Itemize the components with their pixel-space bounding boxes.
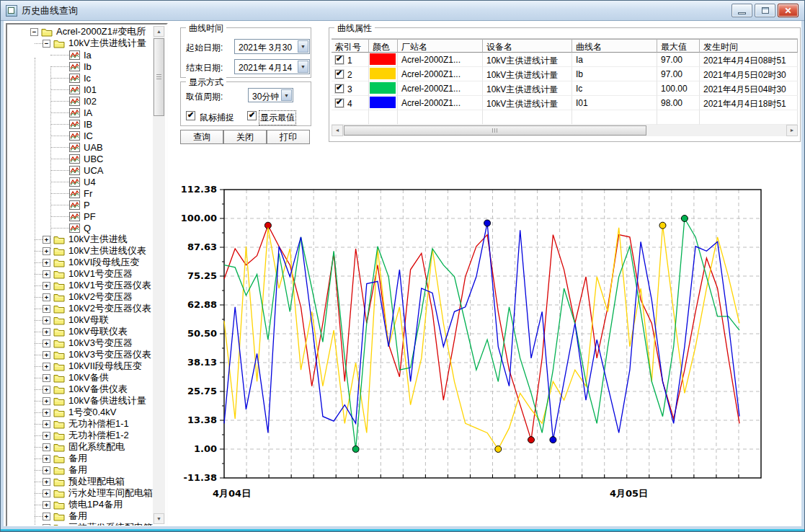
tree-item-folder[interactable]: +备用 (7, 510, 153, 522)
tree-item-folder[interactable]: +10kV2号变压器仪表 (7, 303, 153, 314)
tree-item-folder[interactable]: +备用 (7, 464, 153, 476)
tree-item-curve[interactable]: Ic (7, 72, 153, 84)
tree-item-curve[interactable]: Fr (7, 187, 153, 199)
column-header[interactable]: 最大值 (657, 39, 700, 53)
tree-item-folder[interactable]: +10kV2号变压器 (7, 291, 153, 303)
end-date-combobox[interactable]: 2021年 4月14 ▼ (234, 59, 310, 74)
collapse-minus-icon[interactable]: − (30, 28, 38, 36)
expand-plus-icon[interactable]: + (43, 270, 50, 278)
tree-item-folder[interactable]: +10kV3号变压器 (7, 337, 153, 349)
row-checkbox[interactable] (335, 99, 344, 107)
expand-plus-icon[interactable]: + (43, 247, 50, 255)
tree-item-curve[interactable]: I02 (7, 95, 153, 107)
tree-item-folder[interactable]: +10kVI段母线压变 (7, 257, 153, 268)
tree-item-folder[interactable]: +10kV母联仪表 (7, 326, 153, 337)
tree-scrollbar-thumb[interactable] (154, 38, 164, 116)
tree-item-curve[interactable]: PF (7, 210, 153, 222)
tree-item-folder[interactable]: +10kVII段母线压变 (7, 360, 153, 372)
tree-item-folder[interactable]: −10kV主供进线计量 (7, 37, 153, 49)
row-checkbox[interactable] (335, 70, 344, 79)
tree-item-folder[interactable]: +10kV1号变压器 (7, 268, 153, 280)
tree-item-curve[interactable]: UCA (7, 164, 153, 176)
column-header[interactable]: 厂站名 (398, 39, 483, 53)
period-combobox[interactable]: 30分钟 ▼ (248, 88, 293, 102)
tree-item-curve[interactable]: UAB (7, 141, 153, 153)
collapse-minus-icon[interactable]: − (43, 40, 50, 48)
tree-item-folder[interactable]: +馈电1P4备用 (7, 499, 153, 510)
expand-plus-icon[interactable]: + (43, 328, 50, 336)
minimize-button[interactable] (731, 4, 752, 17)
expand-plus-icon[interactable]: + (43, 236, 50, 244)
tree-item-curve[interactable]: IA (7, 107, 153, 118)
table-hscrollbar-thumb[interactable] (344, 125, 646, 136)
tree-item-folder[interactable]: +三效蒸发系统配电箱 (7, 522, 153, 526)
expand-plus-icon[interactable]: + (43, 340, 50, 347)
expand-plus-icon[interactable]: + (43, 443, 50, 451)
expand-plus-icon[interactable]: + (43, 501, 50, 509)
table-row[interactable]: 4Acrel-2000Z1...10kV主供进线计量I0198.002021年4… (332, 96, 798, 110)
tree-item-folder[interactable]: +污水处理车间配电箱 (7, 487, 153, 499)
expand-plus-icon[interactable]: + (43, 351, 50, 359)
tree-item-folder[interactable]: +10kV母联 (7, 314, 153, 326)
column-header[interactable]: 发生时间 (700, 39, 798, 53)
restore-button[interactable] (755, 4, 775, 17)
tree-item-folder[interactable]: +备用 (7, 453, 153, 464)
expand-plus-icon[interactable]: + (43, 524, 50, 526)
mouse-capture-checkbox[interactable] (186, 111, 195, 120)
expand-plus-icon[interactable]: + (43, 513, 50, 520)
history-curve-chart[interactable]: 112.38100.0087.6375.2562.8850.5038.1325.… (174, 152, 805, 530)
expand-plus-icon[interactable]: + (43, 305, 50, 313)
expand-plus-icon[interactable]: + (43, 409, 50, 417)
tree-item-folder[interactable]: +固化系统配电 (7, 441, 153, 453)
tree-item-folder[interactable]: +预处理配电箱 (7, 476, 153, 487)
tree-item-folder[interactable]: +10kV主供进线仪表 (7, 245, 153, 257)
tree-item-curve[interactable]: IC (7, 130, 153, 141)
row-checkbox[interactable] (335, 84, 344, 93)
scroll-left-arrow[interactable]: ◄ (332, 125, 343, 136)
expand-plus-icon[interactable]: + (43, 374, 50, 382)
expand-plus-icon[interactable]: + (43, 293, 50, 301)
chevron-down-icon[interactable]: ▼ (298, 61, 308, 73)
expand-plus-icon[interactable]: + (43, 316, 50, 324)
expand-plus-icon[interactable]: + (43, 386, 50, 394)
chevron-down-icon[interactable]: ▼ (298, 40, 308, 53)
tree-item-folder[interactable]: +无功补偿柜1-2 (7, 430, 153, 441)
tree-item-curve[interactable]: U4 (7, 176, 153, 187)
expand-plus-icon[interactable]: + (43, 478, 50, 486)
scroll-down-arrow[interactable]: ▼ (154, 513, 164, 524)
column-header[interactable]: 颜色 (369, 39, 398, 53)
expand-plus-icon[interactable]: + (43, 282, 50, 290)
column-header[interactable]: 设备名 (483, 39, 572, 53)
expand-plus-icon[interactable]: + (43, 432, 50, 440)
tree-item-curve[interactable]: IB (7, 118, 153, 130)
expand-plus-icon[interactable]: + (43, 455, 50, 463)
close-dialog-button[interactable]: 关闭 (223, 130, 267, 144)
tree-item-folder[interactable]: +10kV主供进线 (7, 234, 153, 245)
tree-scrollbar[interactable]: ▲ ▼ (153, 26, 165, 524)
tree-item-curve[interactable]: Q (7, 222, 153, 234)
scroll-up-arrow[interactable]: ▲ (154, 26, 164, 37)
table-row[interactable]: 3Acrel-2000Z1...10kV主供进线计量Ic100.002021年4… (332, 81, 798, 96)
chevron-down-icon[interactable]: ▼ (281, 89, 292, 101)
expand-plus-icon[interactable]: + (43, 259, 50, 267)
tree-item-curve[interactable]: Ia (7, 49, 153, 61)
tree-item-folder[interactable]: +10kV备供仪表 (7, 384, 153, 395)
expand-plus-icon[interactable]: + (43, 489, 50, 497)
tree-item-curve[interactable]: UBC (7, 153, 153, 164)
table-hscrollbar[interactable]: ◄ ► (332, 125, 798, 136)
tree-item-folder[interactable]: +无功补偿柜1-1 (7, 418, 153, 430)
tree-item-folder[interactable]: +10kV3号变压器仪表 (7, 349, 153, 360)
show-extremes-checkbox[interactable] (247, 111, 257, 120)
table-row[interactable]: 2Acrel-2000Z1...10kV主供进线计量Ib97.002021年4月… (332, 67, 798, 81)
table-row[interactable]: 1Acrel-2000Z1...10kV主供进线计量Ia97.002021年4月… (332, 53, 798, 67)
expand-plus-icon[interactable]: + (43, 420, 50, 428)
tree-item-folder[interactable]: +10kV备供进线计量 (7, 395, 153, 407)
start-date-combobox[interactable]: 2021年 3月30 ▼ (234, 39, 310, 54)
expand-plus-icon[interactable]: + (43, 466, 50, 474)
scroll-right-arrow[interactable]: ► (786, 125, 798, 136)
query-button[interactable]: 查询 (180, 130, 223, 144)
row-checkbox[interactable] (335, 56, 344, 64)
tree-item-curve[interactable]: P (7, 199, 153, 210)
tree-item-curve[interactable]: Ib (7, 61, 153, 72)
tree-item-curve[interactable]: I01 (7, 84, 153, 95)
